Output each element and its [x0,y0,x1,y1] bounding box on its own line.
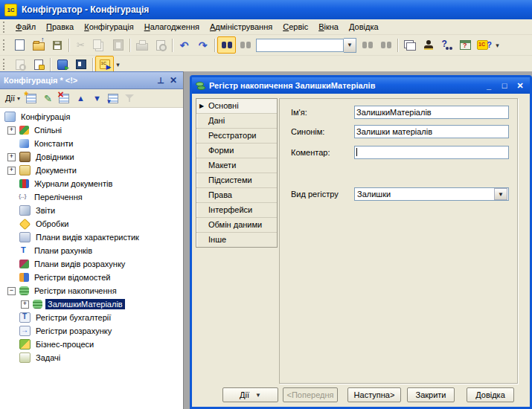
tab-obmin-danymy[interactable]: Обмін даними [196,218,277,233]
tab-formy[interactable]: Форми [196,144,277,158]
configuration-panel-icon [76,59,86,69]
tree-item-tasks[interactable]: Задачі [0,351,183,364]
pin-icon[interactable]: ⊥ [154,76,167,86]
tab-dani[interactable]: Дані [196,114,277,129]
menu-debug[interactable]: Налагодження [139,21,205,33]
expander-plus-icon[interactable] [21,300,29,309]
tree-item-charts-of-characteristic-types[interactable]: Плани видів характеристик [0,231,183,244]
menu-service[interactable]: Сервіс [278,21,313,33]
windows-button[interactable] [400,36,419,54]
dialog-tab-list: Основні Дані Реєстратори Форми Макети Пі… [196,98,278,248]
tab-osnovni[interactable]: Основні [196,99,277,114]
expander-plus-icon[interactable] [7,167,16,175]
about-1c-help-button[interactable] [475,36,493,54]
scissors-cut-icon [77,39,85,51]
binoculars-icon [240,42,251,48]
actions-menu-button[interactable]: Дії ▾ [2,92,23,104]
tab-pidsystemy[interactable]: Підсистеми [196,173,277,188]
toolbar-grip[interactable] [3,59,7,70]
comment-label: Коментар: [291,148,330,157]
menu-bar: Файл Правка Конфігурація Налагодження Ад… [0,19,532,35]
next-button[interactable]: Наступна> [347,387,401,402]
redo-button[interactable] [193,36,212,54]
close-button[interactable]: ✕ [514,81,526,91]
toolbar-overflow-button[interactable]: ▾ [493,38,501,53]
add-item-button[interactable] [24,91,39,106]
tree-item-business-processes[interactable]: Бізнес-процеси [0,338,183,351]
dialog-actions-button[interactable]: Дії ▼ [222,387,278,402]
search-combo-dropdown[interactable]: ▼ [344,38,356,53]
tab-interfeisy[interactable]: Інтерфейси [196,203,277,218]
menu-administration[interactable]: Адміністрування [205,21,278,33]
tab-prava[interactable]: Права [196,188,277,203]
save-configuration-button[interactable] [29,56,48,73]
save-button[interactable] [48,36,66,54]
tree-item-data-processors[interactable]: Обробки [0,217,183,231]
tree-item-enumerations[interactable]: Перелічення [0,190,183,204]
update-database-configuration-button[interactable] [53,56,71,73]
open-button[interactable] [29,36,48,54]
name-field[interactable] [354,106,509,119]
menu-edit[interactable]: Правка [41,21,79,33]
configuration-window-button[interactable] [71,56,90,73]
tab-reiestratory[interactable]: Реєстратори [196,129,277,144]
constants-icon [19,139,29,148]
expander-plus-icon[interactable] [7,153,16,161]
help-search-icon [442,40,452,50]
help-contents-button[interactable] [456,36,475,54]
minimize-button[interactable]: _ [483,81,495,90]
tree-item-documents[interactable]: Документи [0,164,183,177]
toolbar-grip[interactable] [3,39,7,51]
tree-item-accounting-registers[interactable]: Регістри бухгалтерії [0,311,183,324]
tree-item-common[interactable]: Спільні [0,123,183,137]
close-dialog-button[interactable]: Закрити [407,387,455,402]
previous-button: <Попередня [283,387,338,402]
search-input[interactable] [256,39,344,52]
tree-item-document-journals[interactable]: Журнали документів [0,177,183,190]
find-button[interactable] [217,36,236,54]
configuration-panel-title: Конфігурація * <!> [4,76,77,85]
menu-windows[interactable]: Вікна [313,21,344,33]
chevron-down-icon[interactable]: ▼ [494,188,507,200]
tree-item-charts-of-accounts[interactable]: Плани рахунків [0,244,183,257]
toolbar-overflow-button[interactable]: ▾ [114,57,122,72]
tree-item-configuration[interactable]: Конфігурація [0,110,183,123]
new-button[interactable] [10,36,29,54]
edit-item-button[interactable] [40,91,56,106]
maximize-button[interactable]: □ [499,81,510,90]
toolbar-separator [397,39,398,52]
expander-plus-icon[interactable] [7,126,16,135]
tab-makety[interactable]: Макети [196,158,277,173]
tree-item-accumulation-registers[interactable]: Регістри накопичення [0,284,183,297]
comment-field[interactable] [354,146,509,159]
toolbar-grip[interactable] [3,22,7,33]
text-caret [356,148,357,156]
tree-item-zalyshky-materialiv[interactable]: ЗалишкиМатеріалів [0,297,183,311]
tree-item-constants[interactable]: Константи [0,137,183,150]
menu-configuration[interactable]: Конфігурація [79,21,138,33]
synonym-field[interactable] [354,125,509,138]
syntax-assistant-button[interactable] [419,36,438,54]
close-panel-icon[interactable]: ✕ [167,75,179,86]
menu-file[interactable]: Файл [10,21,41,33]
undo-button[interactable] [175,36,193,54]
start-debugging-button[interactable] [95,56,114,73]
tree-item-information-registers[interactable]: Регістри відомостей [0,271,183,284]
sort-order-button[interactable] [106,91,121,106]
dialog-titlebar[interactable]: Регістр накопичення ЗалишкиМатеріалів _ … [192,77,530,94]
move-down-button[interactable] [89,91,105,106]
tree-item-charts-of-calculation-types[interactable]: Плани видів розрахунку [0,257,183,271]
expander-minus-icon[interactable] [7,287,16,295]
delete-item-button[interactable] [57,91,72,106]
toolbar-separator [50,58,51,71]
tree-item-reports[interactable]: Звіти [0,204,183,217]
tree-item-catalogs[interactable]: Довідники [0,150,183,164]
help-button[interactable]: Довідка [467,387,514,402]
tree-item-calculation-registers[interactable]: Регістри розрахунку [0,324,183,338]
help-index-button[interactable] [438,36,456,54]
menu-help[interactable]: Довідка [344,21,384,33]
tasks-icon [19,352,31,363]
move-up-button[interactable] [73,91,89,106]
register-kind-combo[interactable]: Залишки ▼ [354,187,509,201]
tab-inshe[interactable]: Інше [196,233,277,247]
